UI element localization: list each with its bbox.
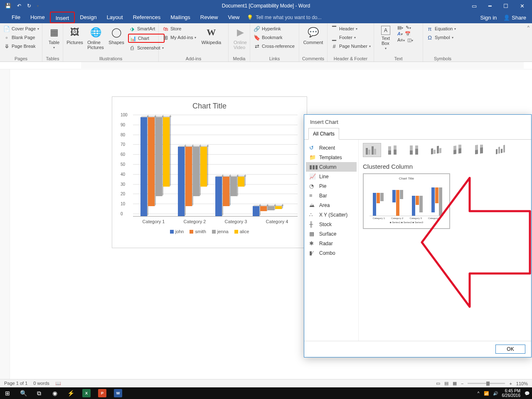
object-icon[interactable]: ◫▾ <box>407 37 413 43</box>
quick-parts-icon[interactable]: ▤▾ <box>397 25 403 30</box>
chrome-icon[interactable]: ◉ <box>50 388 60 398</box>
save-icon[interactable]: 💾 <box>5 3 11 9</box>
text-box-button[interactable]: AText Box▾ <box>377 25 395 51</box>
my-addins-button[interactable]: ⊞My Add-ins▾ <box>161 34 197 41</box>
chart-type-surface[interactable]: ▩Surface <box>306 229 357 239</box>
system-clock[interactable]: 6:45 PM6/26/2016 <box>502 389 521 398</box>
vertical-ruler[interactable] <box>0 69 10 379</box>
network-icon[interactable]: 📶 <box>484 391 489 396</box>
tab-review[interactable]: Review <box>195 12 223 23</box>
tab-view[interactable]: View <box>223 12 244 23</box>
chart-type-recent[interactable]: ↺Recent <box>306 143 357 153</box>
powerpoint-icon[interactable]: P <box>97 388 107 398</box>
wikipedia-button[interactable]: WWikipedia <box>200 25 223 46</box>
header-button[interactable]: ▔Header▾ <box>330 25 372 32</box>
tab-file[interactable]: File <box>7 12 25 23</box>
sign-in-link[interactable]: Sign in <box>480 15 497 21</box>
chart-type-scatter[interactable]: ∴X Y (Scatter) <box>306 210 357 219</box>
zoom-slider[interactable] <box>468 383 505 384</box>
equation-button[interactable]: πEquation▾ <box>426 25 457 32</box>
recent-icon: ↺ <box>309 145 316 151</box>
subtype-clustered-column[interactable] <box>363 143 381 157</box>
tab-insert[interactable]: Insert <box>50 12 75 23</box>
drop-cap-icon[interactable]: A≡▾ <box>397 37 405 43</box>
excel-icon[interactable]: X <box>81 388 91 398</box>
zoom-out-icon[interactable]: − <box>461 381 463 386</box>
symbol-button[interactable]: ΩSymbol▾ <box>426 34 457 41</box>
chart-type-pie[interactable]: ◔Pie <box>306 181 357 191</box>
tab-references[interactable]: References <box>128 12 165 23</box>
ribbon-options-icon[interactable]: ▭ <box>472 3 477 9</box>
collapse-ribbon-icon[interactable]: ^ <box>527 25 530 30</box>
chart-preview[interactable]: Chart Title Category 1Category 2Category… <box>363 173 450 229</box>
spellcheck-icon[interactable]: 📖 <box>55 381 61 386</box>
share-button[interactable]: 👤Share <box>503 15 526 21</box>
print-layout-icon[interactable]: ▤ <box>444 381 448 386</box>
page-number-button[interactable]: #Page Number▾ <box>330 42 372 50</box>
minimize-icon[interactable]: ━ <box>488 3 492 9</box>
volume-icon[interactable]: 🔊 <box>493 391 498 396</box>
tab-design[interactable]: Design <box>75 12 101 23</box>
subtype-100-stacked-column[interactable] <box>406 143 424 157</box>
store-button[interactable]: 🛍Store <box>161 25 197 32</box>
wordart-icon[interactable]: A▾ <box>397 31 402 37</box>
tab-layout[interactable]: Layout <box>102 12 128 23</box>
winamp-icon[interactable]: ⚡ <box>66 388 76 398</box>
subtype-3d-100-stacked[interactable] <box>471 143 489 157</box>
tell-me-search[interactable]: 💡Tell me what you want to do... <box>247 15 321 20</box>
comment-button[interactable]: 💬Comment <box>302 25 325 46</box>
pictures-button[interactable]: 🖼Pictures <box>66 25 84 46</box>
chart-type-column[interactable]: ▮▮▮Column <box>306 162 357 172</box>
chart-type-combo[interactable]: ▮⁄Combo <box>306 248 357 258</box>
table-button[interactable]: ▦Table▾ <box>45 25 63 50</box>
subtype-3d-stacked[interactable] <box>449 143 468 157</box>
chart-type-bar[interactable]: ≡Bar <box>306 191 357 200</box>
cover-page-button[interactable]: 📄Cover Page▾ <box>2 25 40 32</box>
redo-icon[interactable]: ↻ <box>27 3 31 9</box>
tab-home[interactable]: Home <box>25 12 50 23</box>
chart-type-stock[interactable]: ╫Stock <box>306 219 357 229</box>
word-count[interactable]: 0 words <box>33 381 49 386</box>
chart-type-area[interactable]: ⛰Area <box>306 200 357 210</box>
chart-type-line[interactable]: 📈Line <box>306 172 357 181</box>
action-center-icon[interactable]: 💬 <box>525 391 530 396</box>
footer-button[interactable]: ▁Footer▾ <box>330 34 372 41</box>
page-break-button[interactable]: ⤋Page Break <box>2 42 40 50</box>
undo-icon[interactable]: ↶ <box>17 3 21 9</box>
zoom-in-icon[interactable]: + <box>509 381 512 386</box>
svg-rect-11 <box>415 149 418 155</box>
zoom-level[interactable]: 110% <box>516 381 528 386</box>
tab-mailings[interactable]: Mailings <box>165 12 195 23</box>
chart-object[interactable]: Chart Title 0102030405060708090100 Categ… <box>112 96 307 248</box>
dialog-tab-all-charts[interactable]: All Charts <box>308 128 339 140</box>
start-button[interactable]: ⊞ <box>2 388 12 398</box>
bookmark-button[interactable]: 🔖Bookmark <box>253 34 296 41</box>
hyperlink-button[interactable]: 🔗Hyperlink <box>253 25 296 32</box>
word-icon[interactable]: W <box>113 388 123 398</box>
svg-rect-0 <box>366 148 368 155</box>
read-mode-icon[interactable]: ▭ <box>436 381 440 386</box>
chart-type-radar[interactable]: ✱Radar <box>306 239 357 248</box>
maximize-icon[interactable]: ☐ <box>503 3 508 9</box>
chart-type-templates[interactable]: 📁Templates <box>306 153 357 162</box>
date-time-icon[interactable]: 📅 <box>405 31 411 37</box>
search-icon[interactable]: 🔍 <box>18 388 28 398</box>
task-view-icon[interactable]: ⧉ <box>34 388 44 398</box>
stock-icon: ╫ <box>309 221 316 227</box>
web-layout-icon[interactable]: ▦ <box>453 381 457 386</box>
online-video-button[interactable]: ▶Online Video <box>231 25 249 51</box>
ok-button[interactable]: OK <box>495 345 525 354</box>
close-icon[interactable]: ✕ <box>520 3 525 9</box>
show-hidden-icon[interactable]: ^ <box>478 391 480 396</box>
online-pictures-button[interactable]: 🌐Online Pictures <box>86 25 105 51</box>
blank-page-button[interactable]: ▫Blank Page <box>2 34 40 41</box>
cross-reference-button[interactable]: ⇄Cross-reference <box>253 42 296 50</box>
horizontal-ruler[interactable] <box>0 62 532 69</box>
subtype-3d-column[interactable] <box>493 143 511 157</box>
subtype-3d-clustered[interactable] <box>428 143 446 157</box>
qat-dropdown-icon[interactable]: ▾ <box>37 4 39 8</box>
shapes-button[interactable]: ◯Shapes <box>107 25 126 46</box>
signature-line-icon[interactable]: ✎▾ <box>406 25 411 30</box>
page-indicator[interactable]: Page 1 of 1 <box>4 381 27 386</box>
subtype-stacked-column[interactable] <box>384 143 403 157</box>
